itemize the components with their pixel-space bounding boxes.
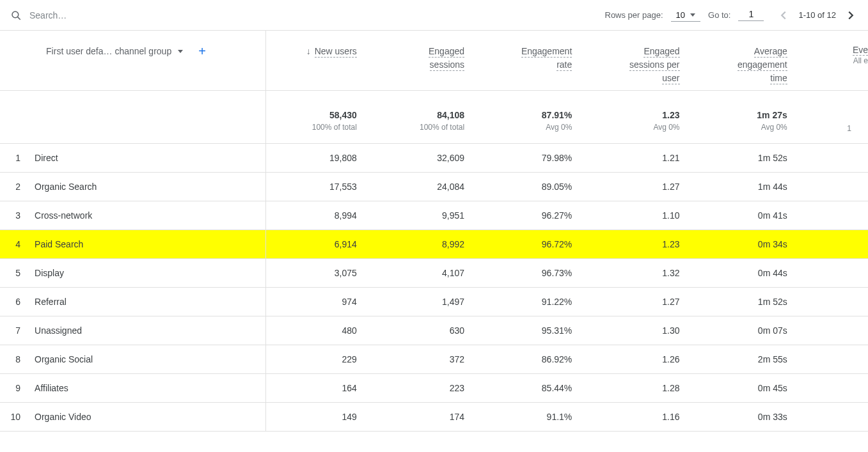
column-total: 1.23Avg 0% — [588, 91, 696, 144]
row-metric-value: 174 — [374, 403, 481, 432]
row-dimension-value[interactable]: Display — [32, 259, 266, 288]
row-index: 7 — [0, 316, 32, 345]
row-metric-value: 974 — [266, 288, 374, 316]
row-dimension-value[interactable]: Organic Search — [32, 173, 266, 201]
row-metric-value: 85.44% — [481, 374, 588, 403]
row-metric-value: 1m 44s — [697, 173, 804, 201]
pagination-controls: Rows per page: 10 Go to: 1-10 of 12 — [605, 8, 858, 22]
column-total: 58,430100% of total — [266, 91, 374, 144]
column-header[interactable]: ↓New users — [266, 31, 374, 91]
row-metric-value: 19,808 — [266, 144, 374, 173]
column-header-label: sessions — [430, 59, 464, 71]
column-header[interactable]: Engagedsessions — [374, 31, 481, 91]
row-metric-value: 96.73% — [481, 259, 588, 288]
row-metric-value: 9,951 — [374, 201, 481, 230]
prev-page-button[interactable] — [777, 8, 791, 22]
row-dimension-value[interactable]: Organic Video — [32, 403, 266, 432]
search-icon[interactable] — [10, 10, 22, 21]
column-header-label: Engaged — [643, 46, 679, 58]
row-metric-value: 630 — [374, 316, 481, 345]
column-header-label: engagement — [738, 59, 787, 71]
row-metric-value: 24,084 — [374, 173, 481, 201]
row-index: 6 — [0, 288, 32, 316]
column-total: 84,108100% of total — [374, 91, 481, 144]
row-metric-value: 17,553 — [266, 173, 374, 201]
column-header[interactable]: Averageengagementtime — [697, 31, 804, 91]
table-row[interactable]: 4Paid Search6,9148,99296.72%1.230m 34s — [0, 230, 868, 259]
search-input[interactable] — [29, 10, 221, 20]
table-row[interactable]: 7Unassigned48063095.31%1.300m 07s — [0, 316, 868, 345]
row-index: 10 — [0, 403, 32, 432]
row-metric-value: 1m 52s — [697, 144, 804, 173]
row-metric-overflow — [804, 374, 868, 403]
table-toolbar: Rows per page: 10 Go to: 1-10 of 12 — [0, 0, 868, 31]
row-metric-value: 91.22% — [481, 288, 588, 316]
row-metric-value: 1m 52s — [697, 288, 804, 316]
rows-per-page-value: 10 — [676, 10, 685, 20]
row-metric-value: 1.23 — [588, 230, 696, 259]
row-metric-overflow — [804, 403, 868, 432]
table-row[interactable]: 10Organic Video14917491.1%1.160m 33s — [0, 403, 868, 432]
column-header-overflow[interactable]: Eve All e — [804, 31, 868, 91]
row-metric-overflow — [804, 345, 868, 374]
row-metric-value: 1.16 — [588, 403, 696, 432]
svg-line-1 — [18, 17, 20, 19]
next-page-button[interactable] — [844, 8, 858, 22]
row-dimension-value[interactable]: Cross-network — [32, 201, 266, 230]
column-header-label: sessions per — [629, 59, 680, 71]
row-metric-value: 372 — [374, 345, 481, 374]
row-dimension-value[interactable]: Direct — [32, 144, 266, 173]
row-metric-overflow — [804, 173, 868, 201]
row-metric-value: 3,075 — [266, 259, 374, 288]
row-metric-value: 229 — [266, 345, 374, 374]
column-header-label: Average — [754, 46, 787, 58]
row-metric-value: 1.27 — [588, 173, 696, 201]
row-metric-value: 480 — [266, 316, 374, 345]
table-row[interactable]: 2Organic Search17,55324,08489.05%1.271m … — [0, 173, 868, 201]
row-metric-value: 4,107 — [374, 259, 481, 288]
row-metric-value: 0m 07s — [697, 316, 804, 345]
row-metric-value: 1.26 — [588, 345, 696, 374]
row-metric-value: 89.05% — [481, 173, 588, 201]
row-metric-value: 6,914 — [266, 230, 374, 259]
column-header[interactable]: Engagedsessions peruser — [588, 31, 696, 91]
row-metric-value: 149 — [266, 403, 374, 432]
row-metric-value: 1,497 — [374, 288, 481, 316]
row-dimension-value[interactable]: Paid Search — [32, 230, 266, 259]
row-metric-overflow — [804, 288, 868, 316]
row-index: 2 — [0, 173, 32, 201]
table-row[interactable]: 9Affiliates16422385.44%1.280m 45s — [0, 374, 868, 403]
dimension-picker[interactable]: First user defa… channel group — [46, 46, 171, 56]
column-header[interactable]: Engagementrate — [481, 31, 588, 91]
column-header-label: time — [770, 73, 787, 84]
row-metric-value: 1.10 — [588, 201, 696, 230]
column-header-label: Engagement — [521, 46, 572, 58]
add-dimension-button[interactable]: + — [198, 45, 206, 58]
row-metric-overflow — [804, 201, 868, 230]
row-metric-value: 8,994 — [266, 201, 374, 230]
go-to-page-input[interactable] — [738, 9, 764, 21]
row-dimension-value[interactable]: Referral — [32, 288, 266, 316]
rows-per-page-select[interactable]: 10 — [671, 9, 700, 22]
row-metric-value: 0m 44s — [697, 259, 804, 288]
row-dimension-value[interactable]: Affiliates — [32, 374, 266, 403]
row-metric-overflow — [804, 230, 868, 259]
table-row[interactable]: 6Referral9741,49791.22%1.271m 52s — [0, 288, 868, 316]
row-metric-value: 2m 55s — [697, 345, 804, 374]
column-total: 87.91%Avg 0% — [481, 91, 588, 144]
table-row[interactable]: 5Display3,0754,10796.73%1.320m 44s — [0, 259, 868, 288]
row-metric-overflow — [804, 259, 868, 288]
row-metric-value: 0m 41s — [697, 201, 804, 230]
row-dimension-value[interactable]: Unassigned — [32, 316, 266, 345]
table-row[interactable]: 8Organic Social22937286.92%1.262m 55s — [0, 345, 868, 374]
table-row[interactable]: 3Cross-network8,9949,95196.27%1.100m 41s — [0, 201, 868, 230]
table-row[interactable]: 1Direct19,80832,60979.98%1.211m 52s — [0, 144, 868, 173]
chevron-down-icon — [690, 13, 695, 17]
row-metric-value: 79.98% — [481, 144, 588, 173]
row-dimension-value[interactable]: Organic Social — [32, 345, 266, 374]
row-metric-value: 32,609 — [374, 144, 481, 173]
row-metric-overflow — [804, 316, 868, 345]
chevron-down-icon — [178, 50, 183, 53]
column-total: 1m 27sAvg 0% — [697, 91, 804, 144]
row-metric-value: 96.27% — [481, 201, 588, 230]
